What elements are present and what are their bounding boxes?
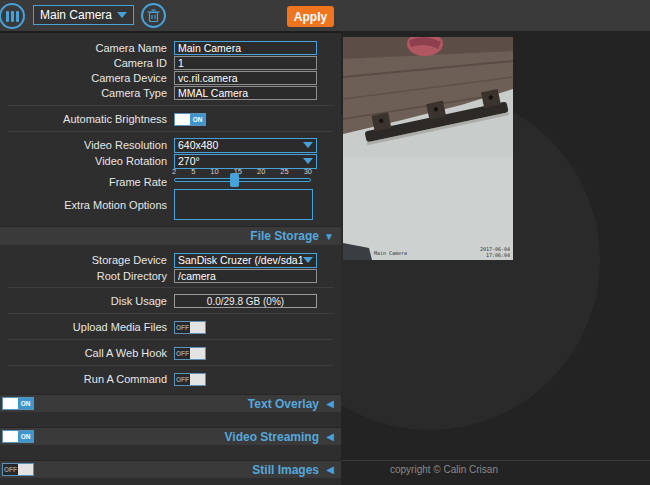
camera-name-row: Camera Name [0, 41, 341, 55]
run-a-command-toggle[interactable]: OFF [174, 373, 206, 386]
toggle-knob [190, 348, 205, 359]
toggle-state: OFF [3, 464, 18, 475]
toggle-state: ON [18, 431, 33, 442]
chevron-down-icon [303, 142, 313, 148]
text-overlay-toggle[interactable]: ON [2, 397, 34, 410]
camera-select-dropdown[interactable]: Main Camera [33, 5, 134, 25]
toggle-knob [190, 374, 205, 385]
video-resolution-row: Video Resolution 640x480 [0, 138, 341, 152]
automatic-brightness-toggle[interactable]: ON [174, 113, 206, 126]
frame-rate-slider-handle[interactable] [230, 173, 239, 187]
video-streaming-toggle[interactable]: ON [2, 430, 34, 443]
section-collapsed-icon: ◀ [326, 398, 334, 409]
storage-device-value: SanDisk Cruzer (/dev/sda1) [178, 254, 303, 266]
footer: copyright © Calin Crisan [341, 460, 650, 461]
trash-glyph [147, 9, 160, 23]
toggle-state: OFF [175, 374, 190, 385]
text-overlay-section-header[interactable]: ON Text Overlay ◀ [0, 394, 341, 412]
file-storage-section-header[interactable]: File Storage ▼ [0, 226, 341, 245]
camera-select-value: Main Camera [40, 8, 117, 22]
overlay-time: 17:06:04 [486, 252, 510, 258]
camera-name-input[interactable] [174, 41, 317, 55]
disk-usage-meter: 0.0/29.8 GB (0%) [174, 294, 317, 308]
separator [8, 287, 333, 288]
extra-motion-options-label: Extra Motion Options [0, 199, 174, 211]
root-directory-label: Root Directory [0, 270, 174, 282]
root-directory-input[interactable] [174, 269, 317, 283]
call-a-web-hook-row: Call A Web Hook OFF [0, 346, 341, 360]
camera-device-row: Camera Device [0, 71, 341, 85]
copyright-text: copyright © Calin Crisan [390, 464, 498, 475]
chevron-down-icon [303, 257, 313, 263]
section-collapsed-icon: ◀ [326, 464, 334, 475]
storage-device-row: Storage Device SanDisk Cruzer (/dev/sda1… [0, 253, 341, 267]
frame-rate-slider-track[interactable] [174, 178, 311, 182]
video-resolution-value: 640x480 [178, 139, 303, 151]
separator [8, 339, 333, 340]
camera-id-row: Camera ID [0, 56, 341, 70]
run-a-command-label: Run A Command [0, 373, 174, 385]
disk-usage-row: Disk Usage 0.0/29.8 GB (0%) [0, 294, 341, 308]
text-overlay-title: Text Overlay [248, 397, 319, 411]
storage-device-label: Storage Device [0, 254, 174, 266]
separator [8, 365, 333, 366]
video-streaming-title: Video Streaming [225, 430, 319, 444]
trash-icon[interactable] [141, 3, 166, 28]
camera-type-label: Camera Type [0, 87, 174, 99]
toggle-state: OFF [175, 348, 190, 359]
still-images-title: Still Images [252, 463, 319, 477]
separator [8, 105, 333, 106]
frame-rate-label: Frame Rate [0, 176, 174, 188]
still-images-section-header[interactable]: OFF Still Images ◀ [0, 460, 341, 478]
automatic-brightness-label: Automatic Brightness [0, 113, 174, 125]
toggle-knob [175, 114, 190, 125]
video-rotation-label: Video Rotation [0, 155, 174, 167]
root-directory-row: Root Directory [0, 269, 341, 283]
file-storage-title: File Storage [250, 229, 319, 243]
toggle-knob [190, 322, 205, 333]
video-rotation-value: 270° [178, 155, 303, 167]
toggle-state: OFF [175, 322, 190, 333]
toggle-state: ON [18, 398, 33, 409]
camera-id-label: Camera ID [0, 57, 174, 69]
apply-button[interactable]: Apply [287, 6, 334, 27]
still-images-toggle[interactable]: OFF [2, 463, 34, 476]
separator [8, 131, 333, 132]
camera-feed[interactable]: Main Camera 2017-06-04 17:06:04 [343, 37, 513, 260]
camera-preview-panel: Main Camera 2017-06-04 17:06:04 copyrigh… [341, 31, 650, 485]
section-collapsed-icon: ◀ [326, 431, 334, 442]
upload-media-files-label: Upload Media Files [0, 321, 174, 333]
call-a-web-hook-toggle[interactable]: OFF [174, 347, 206, 360]
automatic-brightness-row: Automatic Brightness ON [0, 112, 341, 126]
menu-icon[interactable] [0, 3, 25, 29]
toggle-knob [3, 431, 18, 442]
video-resolution-label: Video Resolution [0, 139, 174, 151]
call-a-web-hook-label: Call A Web Hook [0, 347, 174, 359]
overlay-camera-name: Main Camera [374, 250, 407, 256]
camera-name-label: Camera Name [0, 42, 174, 54]
camera-id-input[interactable] [174, 56, 317, 70]
frame-rate-ticks: 251015202530 [172, 167, 312, 176]
disk-usage-label: Disk Usage [0, 295, 174, 307]
camera-device-input[interactable] [174, 71, 317, 85]
camera-type-input[interactable] [174, 86, 317, 100]
storage-device-dropdown[interactable]: SanDisk Cruzer (/dev/sda1) [174, 253, 317, 268]
menu-bars-glyph [6, 11, 19, 22]
toggle-knob [18, 464, 33, 475]
extra-motion-options-textarea[interactable] [174, 189, 313, 220]
settings-panel: Camera Name Camera ID Camera Device Came… [0, 31, 341, 485]
run-a-command-row: Run A Command OFF [0, 372, 341, 386]
camera-device-label: Camera Device [0, 72, 174, 84]
upload-media-files-toggle[interactable]: OFF [174, 321, 206, 334]
toggle-state: ON [190, 114, 205, 125]
chevron-down-icon [303, 158, 313, 164]
top-bar: Main Camera Apply [0, 0, 650, 31]
video-streaming-section-header[interactable]: ON Video Streaming ◀ [0, 427, 341, 445]
separator [8, 313, 333, 314]
toggle-knob [3, 398, 18, 409]
section-expanded-icon: ▼ [324, 231, 334, 242]
chevron-down-icon [117, 12, 127, 18]
camera-feed-image: Main Camera 2017-06-04 17:06:04 [343, 37, 513, 260]
video-resolution-dropdown[interactable]: 640x480 [174, 138, 317, 153]
camera-type-row: Camera Type [0, 86, 341, 100]
